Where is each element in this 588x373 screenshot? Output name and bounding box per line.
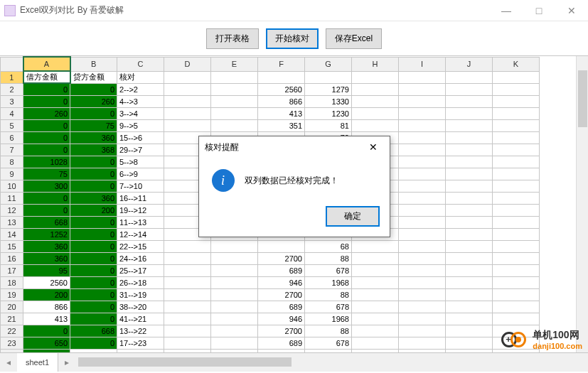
cell-G2[interactable]: 1279 [305,83,352,95]
cell-E15[interactable] [211,240,258,252]
cell[interactable] [352,337,399,349]
cell[interactable] [399,240,446,252]
cell[interactable] [399,107,446,119]
row-header-18[interactable]: 18 [1,276,23,288]
cell-D21[interactable] [164,313,211,325]
cell-F24[interactable]: 946 [258,349,305,352]
cell-C14[interactable]: 12-->14 [117,228,164,240]
cell[interactable] [399,288,446,301]
cell[interactable] [446,192,493,204]
horizontal-scroll-thumb[interactable] [78,357,292,367]
cell[interactable] [399,252,446,264]
vertical-scroll-thumb[interactable] [578,70,587,127]
cell[interactable] [493,276,540,288]
dialog-close-button[interactable]: ✕ [363,141,384,153]
row-header-23[interactable]: 23 [1,337,23,349]
cell-A18[interactable]: 2560 [23,276,70,288]
row-header-5[interactable]: 5 [1,119,23,131]
cell-E20[interactable] [211,301,258,313]
cell[interactable] [446,180,493,192]
cell[interactable] [446,144,493,156]
cell-D5[interactable] [164,119,211,131]
cell[interactable] [493,228,540,240]
cell-D3[interactable] [164,95,211,107]
cell-A15[interactable]: 360 [23,240,70,252]
cell-D19[interactable] [164,288,211,301]
cell-G19[interactable]: 88 [305,288,352,301]
cell-D16[interactable] [164,252,211,264]
cell[interactable] [446,156,493,168]
row-header-10[interactable]: 10 [1,180,23,192]
cell-B22[interactable]: 668 [70,325,117,337]
cell[interactable] [446,228,493,240]
cell-B12[interactable]: 200 [70,204,117,216]
col-header-J[interactable]: J [446,57,493,71]
cell[interactable] [493,204,540,216]
cell[interactable] [399,168,446,180]
cell[interactable] [399,131,446,144]
row-header-14[interactable]: 14 [1,228,23,240]
cell[interactable] [493,156,540,168]
row-header-21[interactable]: 21 [1,313,23,325]
cell-C22[interactable]: 13-->22 [117,325,164,337]
cell-C11[interactable]: 16-->11 [117,192,164,204]
cell-F4[interactable]: 413 [258,107,305,119]
col-header-H[interactable]: H [352,57,399,71]
cell-B4[interactable]: 0 [70,107,117,119]
cell-D18[interactable] [164,276,211,288]
cell-G17[interactable]: 678 [305,264,352,276]
cell-A10[interactable]: 300 [23,180,70,192]
row-header-8[interactable]: 8 [1,156,23,168]
cell-E18[interactable] [211,276,258,288]
cell[interactable] [399,325,446,337]
cell[interactable] [399,71,446,83]
col-header-I[interactable]: I [399,57,446,71]
tab-nav-next[interactable]: ▸ [58,353,75,372]
cell[interactable] [399,216,446,228]
cell-A21[interactable]: 413 [23,313,70,325]
cell[interactable] [446,119,493,131]
cell[interactable] [446,264,493,276]
cell[interactable] [352,252,399,264]
cell-E16[interactable] [211,252,258,264]
cell[interactable] [352,95,399,107]
row-header-20[interactable]: 20 [1,301,23,313]
cell[interactable] [352,264,399,276]
cell-C13[interactable]: 11-->13 [117,216,164,228]
cell-A3[interactable]: 0 [23,95,70,107]
cell-A7[interactable]: 0 [23,144,70,156]
cell[interactable] [446,325,493,337]
cell[interactable] [399,337,446,349]
cell[interactable] [352,83,399,95]
cell-A14[interactable]: 1252 [23,228,70,240]
horizontal-scrollbar[interactable] [75,353,588,372]
cell-C24[interactable]: 0 [117,349,164,352]
cell[interactable] [493,168,540,180]
cell[interactable] [352,119,399,131]
cell-G22[interactable]: 88 [305,325,352,337]
cell-B18[interactable]: 0 [70,276,117,288]
cell[interactable] [399,144,446,156]
cell[interactable] [258,71,305,83]
cell[interactable] [399,83,446,95]
cell-C4[interactable]: 3-->4 [117,107,164,119]
row-header-12[interactable]: 12 [1,204,23,216]
maximize-button[interactable]: □ [523,0,555,21]
cell-F23[interactable]: 689 [258,337,305,349]
cell-G24[interactable]: 1968 [305,349,352,352]
cell-C18[interactable]: 26-->18 [117,276,164,288]
cell[interactable] [493,180,540,192]
cell-B8[interactable]: 0 [70,156,117,168]
cell-C17[interactable]: 25-->17 [117,264,164,276]
cell[interactable] [446,83,493,95]
row-header-22[interactable]: 22 [1,325,23,337]
cell-C5[interactable]: 9-->5 [117,119,164,131]
cell-D23[interactable] [164,337,211,349]
cell-C2[interactable]: 2-->2 [117,83,164,95]
cell-E2[interactable] [211,83,258,95]
cell-B20[interactable]: 0 [70,301,117,313]
cell[interactable] [399,119,446,131]
cell-F20[interactable]: 689 [258,301,305,313]
cell[interactable] [493,83,540,95]
cell[interactable] [352,349,399,352]
